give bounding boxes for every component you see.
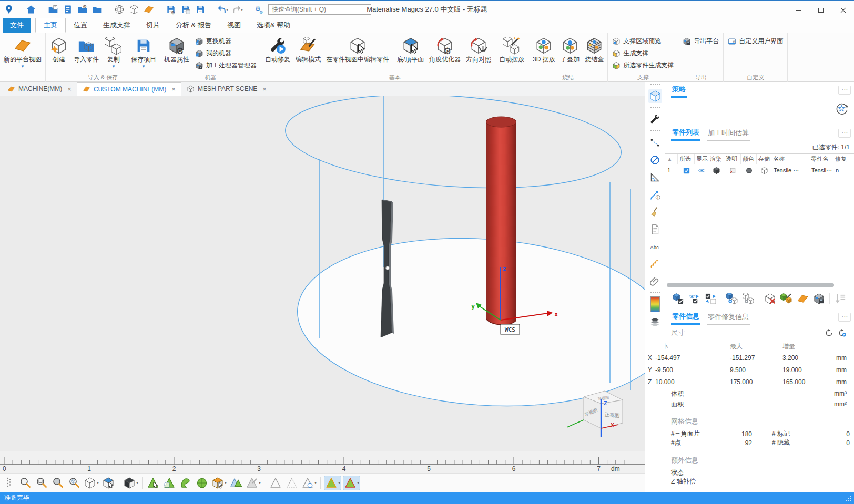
auto-place-button[interactable]: 自动摆放 <box>496 33 527 64</box>
invert-selection-button[interactable] <box>704 292 717 305</box>
select-brush-button[interactable] <box>195 476 209 490</box>
column-header[interactable]: 零件名 <box>809 154 833 164</box>
show-selected-button[interactable] <box>725 292 739 305</box>
part-info-tab-2[interactable]: 零件修复信息 <box>707 310 750 325</box>
fix-part-button[interactable] <box>779 292 793 305</box>
column-header[interactable]: 渲染 <box>708 154 724 164</box>
maximize-button[interactable] <box>810 2 832 18</box>
color-icon[interactable] <box>741 167 757 174</box>
spring-tool[interactable] <box>648 257 662 271</box>
strategy-more-button[interactable]: ⋯ <box>838 86 851 95</box>
part-info-tab-1[interactable]: 零件信息 <box>671 309 700 325</box>
select-parts-button[interactable] <box>671 292 685 305</box>
close-button[interactable] <box>832 2 854 18</box>
sinter-box-button[interactable]: 烧结盒 <box>582 33 606 64</box>
column-header[interactable]: 存储 <box>757 154 771 164</box>
select-triangles-button[interactable] <box>146 476 160 490</box>
build-platform[interactable] <box>292 227 645 418</box>
column-header[interactable]: 透明 <box>724 154 741 164</box>
column-header[interactable]: 名称 <box>771 154 809 164</box>
part-info-tab-more-button[interactable]: ⋯ <box>838 313 851 322</box>
generate-support-button[interactable]: 生成支撑 <box>612 49 674 58</box>
mark-tool-disabled-button[interactable]: ▾ <box>245 476 261 490</box>
report-tool[interactable] <box>648 222 662 236</box>
bottom-top-plane-button[interactable]: 底/顶平面 <box>394 33 426 64</box>
scene-views-button[interactable] <box>648 89 662 103</box>
duplicate-button[interactable]: 复制▾ <box>101 33 126 69</box>
generate-support-selected-button[interactable]: 所选零件生成支撑 <box>612 61 674 70</box>
column-header[interactable]: 所选 <box>678 154 695 164</box>
3d-nest-button[interactable]: 3D 摆放 <box>530 33 558 64</box>
layers-tool[interactable] <box>648 315 662 328</box>
file-menu-button[interactable]: 文件 <box>3 18 31 33</box>
support-region-preview-button[interactable]: 支撑区域预览 <box>612 37 674 46</box>
parts-tab-more-button[interactable]: ⋯ <box>838 129 851 138</box>
save-as-button[interactable] <box>180 4 191 15</box>
mark-triangle-alt-button[interactable] <box>284 476 299 490</box>
select-window-button[interactable] <box>162 476 177 490</box>
resize-grip-icon[interactable] <box>846 495 852 501</box>
dimension-info-tool[interactable]: i <box>648 188 662 201</box>
ribbon-tab-位置[interactable]: 位置 <box>66 18 95 33</box>
change-machine-button[interactable]: 更换机器 <box>195 37 257 46</box>
hscroll-thumb[interactable] <box>667 283 834 287</box>
tab-mesh-part-scene[interactable]: MESH PART SCENE× <box>181 82 272 96</box>
machine-properties-button[interactable]: ⚙机器属性 <box>161 33 192 64</box>
edit-part-in-part-view-button[interactable]: 在零件视图中编辑零件 <box>323 33 392 64</box>
select-free-curve-button[interactable] <box>178 476 193 490</box>
delete-part-button[interactable] <box>763 292 777 305</box>
zoom-extents-button[interactable] <box>67 476 82 490</box>
open-with-settings-button[interactable]: ⚙ <box>77 4 88 15</box>
close-tab-icon[interactable]: × <box>171 85 176 93</box>
open-project-button[interactable] <box>47 4 59 15</box>
mark-plane-button[interactable] <box>229 476 243 490</box>
import-sphere-button[interactable] <box>114 4 125 15</box>
toggle-visibility-button[interactable] <box>687 292 701 305</box>
ribbon-tab-分析 & 报告[interactable]: 分析 & 报告 <box>168 18 219 33</box>
zoom-button[interactable] <box>18 476 33 490</box>
measure-distance-tool[interactable] <box>648 136 662 149</box>
customize-ui-button[interactable]: ⚙自定义用户界面 <box>728 37 783 46</box>
machine-properties-tool[interactable] <box>648 112 662 126</box>
render-icon[interactable] <box>708 167 724 174</box>
export-platform-button[interactable]: 导出平台 <box>683 37 719 46</box>
parts-tab-1[interactable]: 零件列表 <box>671 125 700 141</box>
sub-nest-button[interactable]: 子叠加 <box>558 33 582 64</box>
home-button[interactable] <box>25 4 37 15</box>
new-platform-view-button[interactable]: 新的平台视图▾ <box>1 33 44 69</box>
quick-search-input[interactable] <box>268 4 371 15</box>
magics-logo[interactable] <box>3 4 15 15</box>
storage-icon[interactable] <box>757 167 771 174</box>
ribbon-tab-视图[interactable]: 视图 <box>219 18 249 33</box>
close-tab-icon[interactable]: × <box>67 85 72 93</box>
ribbon-tab-选项& 帮助[interactable]: 选项& 帮助 <box>249 18 298 33</box>
table-row[interactable]: 1Tensile ···Tensil···n <box>665 164 854 176</box>
close-tab-icon[interactable]: × <box>262 85 267 93</box>
column-header[interactable]: 显示 <box>695 154 708 164</box>
minimize-button[interactable] <box>788 2 810 18</box>
parts-tab-2[interactable]: 加工时间估算 <box>707 126 750 141</box>
redo-button[interactable]: ▾ <box>231 4 243 15</box>
refresh-favorites-button[interactable] <box>835 102 849 116</box>
mark-shell-button[interactable]: ▾ <box>343 476 360 490</box>
new-document-button[interactable] <box>62 4 74 15</box>
import-part-button[interactable] <box>128 4 140 15</box>
ribbon-tab-主页[interactable]: 主页 <box>35 18 66 33</box>
show-unselected-button[interactable] <box>741 292 755 305</box>
column-header[interactable]: 颜色 <box>741 154 757 164</box>
tab-strategy[interactable]: 策略 <box>671 82 687 98</box>
save-all-button[interactable] <box>195 4 206 15</box>
ribbon-tab-切片[interactable]: 切片 <box>138 18 168 33</box>
orbit-tool[interactable] <box>648 153 662 167</box>
default-views-button[interactable] <box>101 476 116 490</box>
annotate-text-tool[interactable]: Abc <box>648 240 662 253</box>
new-platform-from-part-button[interactable] <box>796 292 809 305</box>
ribbon-tab-生成支撑[interactable]: 生成支撑 <box>95 18 138 33</box>
open-folder-button[interactable] <box>92 4 103 15</box>
viewport-3d[interactable]: z x y WCS 顶视图 左视图 正视图 Z X <box>0 96 645 451</box>
zoom-selected-button[interactable] <box>50 476 65 490</box>
create-button[interactable]: 创建 <box>47 33 71 64</box>
orientation-comparator-button[interactable]: 方向对照 <box>463 33 494 64</box>
auto-fix-button[interactable]: 自动修复 <box>262 33 293 64</box>
tab-custom-machine-mm[interactable]: CUSTOM MACHINE(MM)× <box>77 82 181 96</box>
